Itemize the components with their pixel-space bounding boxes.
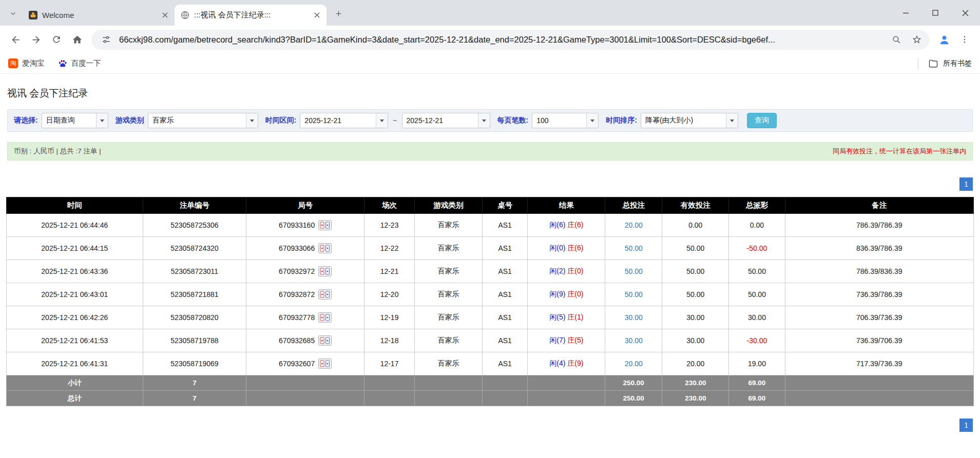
cards-result-icon <box>318 220 332 230</box>
tab-welcome[interactable]: Welcome <box>23 5 175 26</box>
round-result-icon[interactable] <box>318 312 332 323</box>
bet-amount-link[interactable]: 20.00 <box>625 360 643 368</box>
game-type-cell: 百家乐 <box>415 214 483 237</box>
query-type-select[interactable]: 日期查询 <box>42 113 108 128</box>
maximize-icon <box>932 10 938 16</box>
chevron-down-icon[interactable] <box>726 113 738 128</box>
round-id: 670932607 <box>279 360 315 368</box>
bet-id-cell: 523058719069 <box>143 352 246 375</box>
round-result-icon[interactable] <box>318 289 332 300</box>
banker-result: 庄(6) <box>567 221 583 229</box>
column-header-0: 时间 <box>7 197 143 214</box>
forward-icon <box>31 34 42 45</box>
bet-table-body: 2025-12-21 06:44:46523058725306670933160… <box>7 214 974 406</box>
result-cell: 闲(5) 庄(1) <box>528 306 605 329</box>
bet-amount-link[interactable]: 30.00 <box>625 313 643 322</box>
taobao-icon: 淘 <box>8 58 18 68</box>
tab-strip: Welcome :::视讯 会员下注纪录::: <box>0 0 980 26</box>
date-start-select[interactable]: 2025-12-21 <box>300 113 388 128</box>
bet-amount-link[interactable]: 30.00 <box>625 336 643 345</box>
round-wrap: 670932872 <box>279 289 332 300</box>
zoom-button[interactable] <box>889 32 904 47</box>
search-button[interactable]: 查询 <box>747 113 777 128</box>
url-text[interactable]: 66cxkj98.com/game/betrecord_search/kind3… <box>119 35 883 45</box>
column-header-8: 有效投注 <box>662 197 729 214</box>
empty-cell <box>415 391 483 406</box>
subtotal-label: 小计 <box>7 375 143 391</box>
tab-betrecord[interactable]: :::视讯 会员下注纪录::: <box>175 5 326 26</box>
total-bet-cell: 50.00 <box>605 237 662 260</box>
round-result-icon[interactable] <box>318 335 332 346</box>
forward-button[interactable] <box>26 29 46 50</box>
page-size-label: 每页笔数: <box>497 116 529 125</box>
chevron-down-icon[interactable] <box>246 113 258 128</box>
round-result-icon[interactable] <box>318 243 332 253</box>
round-result-icon[interactable] <box>318 266 332 276</box>
total-bet-cell: 20.00 <box>605 352 662 375</box>
site-info-button[interactable] <box>99 32 114 47</box>
round-wrap: 670932778 <box>279 312 332 323</box>
cards-result-icon <box>318 266 332 276</box>
bet-amount-link[interactable]: 50.00 <box>625 244 643 252</box>
bookmark-star-button[interactable] <box>909 32 925 47</box>
back-button[interactable] <box>5 29 26 50</box>
date-end-select[interactable]: 2025-12-21 <box>402 113 490 128</box>
page-1-button[interactable]: 1 <box>959 177 973 191</box>
sort-order-value: 降幂(由大到小) <box>641 113 726 128</box>
round-cell: 670932685 <box>246 329 364 352</box>
column-header-7: 总投注 <box>605 197 662 214</box>
bet-amount-link[interactable]: 20.00 <box>625 221 643 229</box>
tab-search-button[interactable] <box>5 6 21 21</box>
subtotal-valid-bet: 230.00 <box>662 375 729 391</box>
tab-close-icon[interactable] <box>159 10 170 21</box>
note-cell: 736.39/706.39 <box>785 329 973 352</box>
all-bookmarks-button[interactable]: 所有书签 <box>918 58 972 69</box>
chevron-down-icon[interactable] <box>376 113 388 128</box>
round-result-icon[interactable] <box>318 220 332 230</box>
select-label: 请选择: <box>14 116 38 125</box>
note-cell: 836.39/786.39 <box>785 237 973 260</box>
page-size-select[interactable]: 100 <box>532 113 599 128</box>
bet-id-cell: 523058725306 <box>143 214 246 237</box>
bookmark-baidu[interactable]: 百度一下 <box>58 58 101 68</box>
round-wrap: 670932972 <box>279 266 332 276</box>
cards-result-icon <box>318 243 332 253</box>
game-category-select[interactable]: 百家乐 <box>148 113 258 128</box>
bet-amount-link[interactable]: 50.00 <box>625 290 643 298</box>
bookmark-taobao[interactable]: 淘 爱淘宝 <box>8 58 45 68</box>
column-header-4: 游戏类别 <box>415 197 483 214</box>
bet-id-cell: 523058724320 <box>143 237 246 260</box>
home-button[interactable] <box>67 29 87 50</box>
note-cell: 736.39/786.39 <box>785 283 973 306</box>
column-header-3: 场次 <box>364 197 415 214</box>
new-tab-button[interactable] <box>331 6 346 21</box>
table-row: 2025-12-21 06:42:26523058720820670932778… <box>7 306 974 329</box>
chevron-down-icon[interactable] <box>586 113 598 128</box>
close-window-button[interactable] <box>950 0 980 26</box>
page-1-button[interactable]: 1 <box>959 419 973 432</box>
minimize-icon <box>902 10 909 16</box>
minimize-button[interactable] <box>891 0 920 26</box>
banker-result: 庄(9) <box>567 359 583 367</box>
menu-button[interactable] <box>954 29 975 50</box>
total-bet-cell: 50.00 <box>605 260 662 283</box>
chevron-down-icon[interactable] <box>96 113 108 128</box>
query-type-value: 日期查询 <box>42 113 96 128</box>
home-icon <box>72 34 83 45</box>
chevron-down-icon[interactable] <box>478 113 490 128</box>
address-bar[interactable]: 66cxkj98.com/game/betrecord_search/kind3… <box>91 30 930 50</box>
round-result-icon[interactable] <box>318 359 332 369</box>
bet-amount-link[interactable]: 50.00 <box>625 267 643 275</box>
sort-order-select[interactable]: 降幂(由大到小) <box>641 113 738 128</box>
banker-result: 庄(0) <box>567 267 583 275</box>
maximize-button[interactable] <box>920 0 950 26</box>
game-type-cell: 百家乐 <box>415 352 483 375</box>
profile-button[interactable] <box>934 29 954 50</box>
bet-id-cell: 523058720820 <box>143 306 246 329</box>
time-cell: 2025-12-21 06:42:26 <box>7 306 143 329</box>
table-no-cell: AS1 <box>482 260 528 283</box>
tab-close-icon[interactable] <box>311 10 322 21</box>
refresh-button[interactable] <box>46 29 67 50</box>
empty-cell <box>528 375 605 391</box>
valid-bet-cell: 30.00 <box>662 329 729 352</box>
